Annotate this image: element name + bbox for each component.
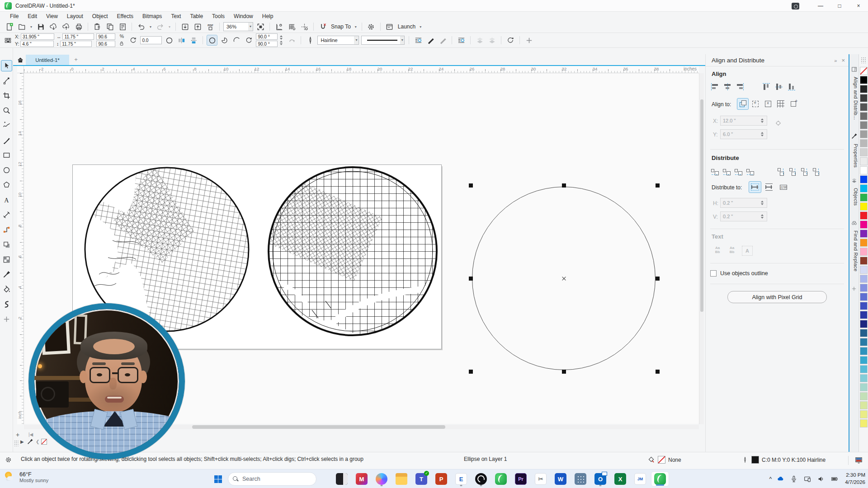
- full-screen-preview-icon[interactable]: [255, 21, 266, 32]
- paste-icon[interactable]: [92, 21, 103, 32]
- distribute-center-v-button[interactable]: [787, 166, 797, 177]
- palette-color-23[interactable]: [860, 275, 868, 283]
- color-eyedropper-tool[interactable]: [1, 269, 12, 280]
- document-tab-untitled-1[interactable]: Untitled-1*: [26, 55, 69, 65]
- palette-color-31[interactable]: [860, 347, 868, 355]
- palette-color-2[interactable]: [860, 85, 868, 93]
- spacing-v-field[interactable]: 0.2 ": [720, 211, 767, 221]
- palette-color-28[interactable]: [860, 320, 868, 328]
- home-icon[interactable]: [16, 56, 25, 64]
- palette-color-29[interactable]: [860, 329, 868, 337]
- align-with-pixel-grid-button[interactable]: Align with Pixel Grid: [727, 291, 827, 303]
- battery-icon[interactable]: [830, 474, 840, 484]
- palette-color-1[interactable]: [860, 76, 868, 84]
- docker-tab-properties[interactable]: Properties: [849, 144, 859, 168]
- menu-table[interactable]: Table: [185, 12, 208, 20]
- open-icon[interactable]: [16, 21, 27, 32]
- distribute-top-button[interactable]: [775, 166, 786, 177]
- taskbar-outlook[interactable]: O: [591, 471, 609, 487]
- docker-tab-find-and-replace[interactable]: Find and Replace: [849, 230, 859, 272]
- palette-color-14[interactable]: [860, 193, 868, 202]
- publish-to-pdf-icon[interactable]: [205, 21, 216, 32]
- palette-color-36[interactable]: [860, 392, 868, 400]
- align-to-grid-button[interactable]: [775, 99, 786, 109]
- show-grid-icon[interactable]: [286, 21, 297, 32]
- outline-width-select[interactable]: Hairline ▾: [317, 36, 359, 45]
- distribute-to-object-spacing-button[interactable]: 1230: [778, 182, 789, 192]
- text-tool[interactable]: [1, 195, 12, 205]
- taskbar-coreldraw-active[interactable]: [651, 471, 669, 487]
- redo-icon[interactable]: [155, 21, 165, 32]
- taskbar-search[interactable]: Search: [228, 472, 316, 486]
- palette-color-13[interactable]: [860, 184, 868, 192]
- selection-handle-e[interactable]: [656, 277, 660, 281]
- palette-color-3[interactable]: [860, 94, 868, 102]
- palette-color-15[interactable]: [860, 202, 868, 211]
- distribute-to-extent-of-selection-button[interactable]: [749, 182, 761, 192]
- transparency-tool[interactable]: [1, 254, 12, 265]
- scale-v-field[interactable]: 90.6: [96, 41, 115, 47]
- line-style-select[interactable]: ▾: [361, 36, 405, 45]
- distribute-to-extent-of-page-button[interactable]: [764, 182, 774, 192]
- taskbar-snipping-tool[interactable]: ✂: [532, 471, 550, 487]
- palette-color-25[interactable]: [860, 293, 868, 301]
- freehand-tool[interactable]: [1, 120, 12, 131]
- to-back-icon[interactable]: [487, 35, 497, 45]
- selection-handle-nw[interactable]: [469, 183, 473, 188]
- add-page-icon[interactable]: +: [16, 431, 19, 438]
- crop-tool[interactable]: [1, 90, 12, 101]
- spacing-h-field[interactable]: 0.2 ": [720, 198, 767, 208]
- object-width-field[interactable]: 11.75 ": [62, 33, 94, 40]
- palette-color-4[interactable]: [860, 103, 868, 111]
- palette-color-26[interactable]: [860, 302, 868, 310]
- y-position-field[interactable]: 4.6 ": [20, 41, 54, 47]
- export-content-icon[interactable]: [61, 21, 71, 32]
- palette-color-19[interactable]: [860, 239, 868, 247]
- menu-edit[interactable]: Edit: [23, 12, 42, 20]
- connector-tool[interactable]: [1, 225, 12, 235]
- snap-to-caret-icon[interactable]: ▾: [354, 25, 358, 29]
- more-tools[interactable]: [1, 314, 12, 324]
- copy-icon[interactable]: [104, 21, 115, 32]
- palette-color-17[interactable]: [860, 221, 868, 229]
- round-handle-icon[interactable]: [164, 35, 174, 45]
- distribute-right-button[interactable]: [745, 166, 755, 177]
- undo-icon[interactable]: [136, 21, 146, 32]
- docker-tab-objects[interactable]: Objects: [849, 188, 859, 206]
- artistic-media-tool[interactable]: [1, 135, 12, 145]
- menu-file[interactable]: File: [5, 12, 23, 20]
- palette-color-32[interactable]: [860, 356, 868, 364]
- show-rulers-icon[interactable]: [274, 21, 284, 32]
- selection-handle-ne[interactable]: [656, 183, 660, 188]
- show-guidelines-icon[interactable]: [299, 21, 310, 32]
- selection-center-mark[interactable]: [561, 276, 566, 281]
- snap-off-icon[interactable]: [317, 21, 328, 32]
- menu-layout[interactable]: Layout: [62, 12, 88, 20]
- taskbar-calculator[interactable]: [571, 471, 590, 487]
- ruler-origin[interactable]: [17, 66, 24, 73]
- launch-caret-icon[interactable]: ▾: [418, 25, 423, 29]
- palette-color-8[interactable]: [860, 139, 868, 147]
- onedrive-icon[interactable]: [775, 474, 785, 484]
- minimize-button[interactable]: —: [811, 0, 830, 12]
- taskbar-obs-studio[interactable]: [472, 471, 490, 487]
- save-icon[interactable]: [35, 21, 46, 32]
- palette-color-20[interactable]: [860, 248, 868, 256]
- selection-handle-w[interactable]: [469, 277, 473, 281]
- vertical-ruler[interactable]: 161412108642inch: [17, 73, 24, 424]
- first-page-icon[interactable]: |◀: [28, 432, 33, 437]
- pen-edit-icon[interactable]: [425, 35, 435, 45]
- docker-close-icon[interactable]: ×: [841, 57, 845, 64]
- pie-mode-button[interactable]: [219, 35, 229, 45]
- palette-color-9[interactable]: [860, 148, 868, 156]
- drop-shadow-tool[interactable]: [1, 239, 12, 250]
- taskbar-excel[interactable]: X: [611, 471, 629, 487]
- volume-icon[interactable]: [816, 474, 826, 484]
- align-bottom-button[interactable]: [786, 81, 797, 92]
- taskbar-word[interactable]: W: [552, 471, 570, 487]
- taskbar-premiere-pro[interactable]: Pr: [512, 471, 530, 487]
- lock-ratio-icon[interactable]: [118, 40, 126, 47]
- docker-tab-icon-0[interactable]: [849, 66, 859, 75]
- use-objects-outline-checkbox[interactable]: [710, 270, 717, 277]
- align-y-field[interactable]: 6.0 ": [720, 129, 767, 139]
